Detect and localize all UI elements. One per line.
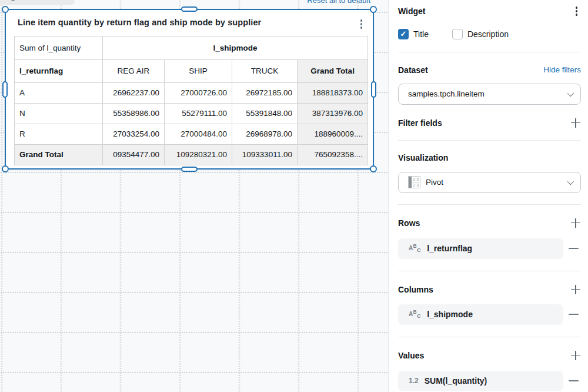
rows-heading: Rows <box>398 218 420 228</box>
pivot-widget[interactable]: Line item quantity by return flag and sh… <box>5 9 374 170</box>
columns-field-pill[interactable]: ABC l_shipmode <box>398 304 563 325</box>
pivot-col-headers: l_returnflag REG AIRSHIPTRUCKGrand Total <box>15 59 368 82</box>
description-checkbox-label: Description <box>467 29 509 39</box>
pivot-measure-label: Sum of l_quantity <box>15 36 103 59</box>
pivot-table: Sum of l_quantity l_shipmode l_returnfla… <box>14 36 368 165</box>
pivot-value-cell: 26968978.00 <box>232 124 298 144</box>
rows-field-label: l_returnflag <box>427 244 472 253</box>
reset-all-link[interactable]: Reset all to default <box>307 0 370 5</box>
widget-title: Line item quantity by return flag and sh… <box>18 18 261 27</box>
pivot-row-label: Grand Total <box>15 144 103 165</box>
pivot-col-header: REG AIR <box>103 59 165 82</box>
divider <box>398 271 581 271</box>
pivot-value-cell: 09354477.00 <box>103 144 165 165</box>
resize-handle-left[interactable] <box>2 81 8 98</box>
rows-field-pill[interactable]: ABC l_returnflag <box>398 238 563 259</box>
columns-field-label: l_shipmode <box>427 310 473 319</box>
widget-config-panel: Widget Title Description Dataset Hide fi… <box>388 0 588 392</box>
add-column-field-button[interactable] <box>570 284 581 295</box>
panel-heading: Widget <box>398 6 426 16</box>
pivot-value-cell: 765092358.... <box>298 144 368 165</box>
dashboard-editor: Segment: BUILDING Reset all to default L… <box>0 0 588 392</box>
divider <box>398 52 581 52</box>
pivot-value-cell: 55279111.00 <box>165 103 232 124</box>
add-value-field-button[interactable] <box>570 350 581 361</box>
resize-handle-right[interactable] <box>371 81 376 98</box>
dashboard-canvas[interactable]: Segment: BUILDING Reset all to default L… <box>0 0 388 392</box>
pivot-row-label: A <box>15 82 103 103</box>
string-type-icon: ABC <box>409 244 421 253</box>
pivot-body: A26962237.0027000726.0026972185.00188818… <box>15 82 368 165</box>
pivot-value-cell: 27000484.00 <box>165 124 232 144</box>
divider <box>398 204 581 205</box>
description-checkbox[interactable] <box>452 29 463 39</box>
remove-row-field-button[interactable] <box>569 248 579 249</box>
dataset-heading: Dataset <box>398 65 428 75</box>
remove-value-field-button[interactable] <box>569 380 579 381</box>
pivot-value-cell: 188818373.00 <box>298 82 368 103</box>
panel-kebab-menu-icon[interactable] <box>572 5 582 18</box>
filter-fields-heading: Filter fields <box>398 118 442 128</box>
pivot-value-cell: 55391848.00 <box>232 103 298 124</box>
segment-filter-chip[interactable]: Segment: BUILDING <box>0 0 75 5</box>
values-field-label: SUM(l_quantity) <box>425 376 487 386</box>
dataset-select[interactable]: samples.tpch.lineitem <box>398 84 581 105</box>
resize-handle-nw[interactable] <box>2 6 9 13</box>
table-row: A26962237.0027000726.0026972185.00188818… <box>15 82 368 103</box>
pivot-value-cell: 27033254.00 <box>103 124 165 144</box>
hide-filters-link[interactable]: Hide filters <box>543 65 581 74</box>
pivot-row-label: N <box>15 103 103 124</box>
add-filter-field-button[interactable] <box>570 118 581 128</box>
values-heading: Values <box>398 351 424 360</box>
pivot-value-cell: 109333011.00 <box>232 144 298 165</box>
pivot-column-group-label: l_shipmode <box>103 36 368 59</box>
divider <box>398 140 581 141</box>
resize-handle-bottom[interactable] <box>181 167 198 172</box>
resize-handle-sw[interactable] <box>2 165 9 172</box>
add-row-field-button[interactable] <box>570 218 581 228</box>
dataset-selected-value: samples.tpch.lineitem <box>408 89 567 98</box>
number-type-icon: 1.2 <box>409 377 419 385</box>
visualization-selected-value: Pivot <box>426 178 567 187</box>
pivot-value-cell: 109280321.00 <box>165 144 232 165</box>
divider <box>398 337 581 337</box>
pivot-col-header: Grand Total <box>298 59 368 82</box>
pivot-visualization-icon: 36 28 <box>408 176 420 188</box>
remove-column-field-button[interactable] <box>569 314 579 315</box>
pivot-value-cell: 27000726.00 <box>165 82 232 103</box>
pivot-row-field-label: l_returnflag <box>15 59 103 82</box>
chevron-down-icon <box>567 89 574 96</box>
pivot-value-cell: 55358986.00 <box>103 103 165 124</box>
resize-handle-ne[interactable] <box>370 6 377 13</box>
visualization-select[interactable]: 36 28 Pivot <box>398 172 581 193</box>
pivot-col-header: SHIP <box>165 59 232 82</box>
visualization-heading: Visualization <box>398 153 448 162</box>
pivot-value-cell: 26972185.00 <box>232 82 298 103</box>
values-field-pill[interactable]: 1.2 SUM(l_quantity) <box>398 371 563 391</box>
pivot-value-cell: 188960009.... <box>298 124 368 144</box>
pivot-header-row-1: Sum of l_quantity l_shipmode <box>15 36 368 59</box>
resize-handle-se[interactable] <box>370 165 377 172</box>
table-row: N55358986.0055279111.0055391848.00387313… <box>15 103 368 124</box>
title-checkbox[interactable] <box>398 29 409 39</box>
resize-handle-top[interactable] <box>181 6 198 12</box>
table-row: Grand Total09354477.00109280321.00109333… <box>15 144 368 165</box>
table-row: R27033254.0027000484.0026968978.00188960… <box>15 124 368 144</box>
string-type-icon: ABC <box>409 310 421 319</box>
pivot-row-label: R <box>15 124 103 144</box>
columns-heading: Columns <box>398 285 433 294</box>
pivot-value-cell: 26962237.00 <box>103 82 165 103</box>
widget-kebab-menu-icon[interactable] <box>357 18 366 31</box>
title-checkbox-label: Title <box>413 29 429 39</box>
pivot-value-cell: 387313976.00 <box>298 103 368 124</box>
pivot-col-header: TRUCK <box>232 59 298 82</box>
chevron-down-icon <box>567 178 574 184</box>
